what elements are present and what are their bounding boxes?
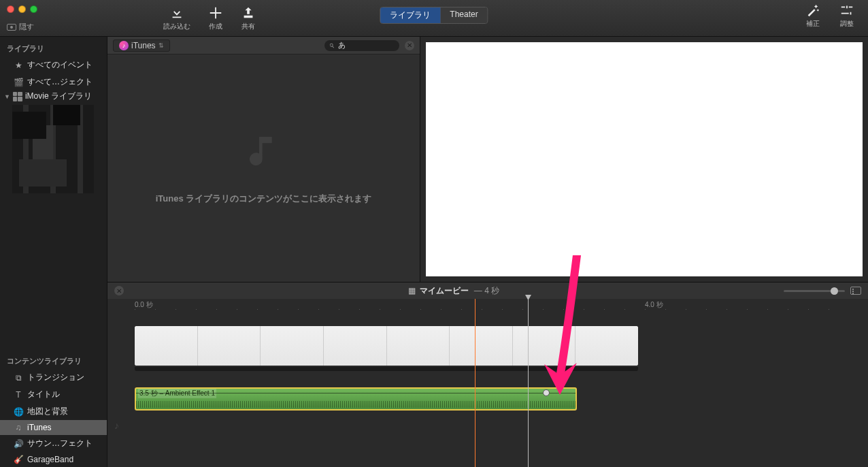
sidebar-item-label: すべて…ジェクト (27, 76, 93, 88)
sliders-icon (839, 3, 854, 18)
search-icon (329, 42, 335, 49)
search-input[interactable] (338, 42, 379, 50)
title-icon: T (14, 390, 23, 400)
hide-sidebar-button[interactable]: 隠す (7, 22, 34, 32)
download-arrow-icon (169, 5, 184, 20)
ruler-tick-start: 0.0 秒 (135, 300, 153, 310)
sidebar-item-label: タイトル (27, 389, 60, 400)
hide-label: 隠す (19, 22, 34, 32)
globe-icon: 🌐 (14, 407, 23, 417)
close-timeline-button[interactable]: ✕ (114, 286, 124, 295)
create-label: 作成 (209, 22, 222, 31)
library-thumbnail-redacted (12, 105, 94, 193)
timeline: ✕ ▦ マイムービー — 4 秒 0.0 秒 4.0 秒 (107, 282, 868, 467)
skimmer-line (475, 299, 475, 467)
library-header: ライブラリ (0, 41, 107, 57)
project-name: マイムービー (420, 285, 469, 297)
disclosure-triangle-icon: ▼ (4, 93, 10, 100)
sidebar-item-label: サウン…フェクト (27, 438, 93, 449)
source-dropdown[interactable]: ♪ iTunes ⇅ (113, 39, 170, 52)
clear-search-button[interactable]: ✕ (405, 41, 414, 50)
sidebar-item-label: トランジション (27, 372, 84, 383)
sidebar-item-label: GarageBand (27, 455, 73, 464)
sidebar-item-transitions[interactable]: ⧉ トランジション (0, 369, 107, 386)
sidebar-item-sound-effects[interactable]: 🔊 サウン…フェクト (0, 435, 107, 452)
sidebar-item-titles[interactable]: T タイトル (0, 386, 107, 403)
window-controls (7, 5, 37, 13)
zoom-slider[interactable] (784, 290, 845, 292)
audio-track-icon: ♪ (114, 420, 119, 431)
sidebar: ライブラリ ★ すべてのイベント 🎬 すべて…ジェクト ▼ iMovie ライブ… (0, 37, 107, 467)
video-track-shadow (135, 367, 638, 371)
ruler-tick-end: 4.0 秒 (645, 300, 663, 310)
waveform (136, 401, 575, 408)
music-placeholder-icon (245, 132, 283, 172)
sidebar-item-imovie-library[interactable]: ▼ iMovie ライブラリ (0, 91, 107, 102)
content-library-header: コンテンツライブラリ (0, 353, 107, 369)
create-button[interactable]: 作成 (208, 5, 223, 31)
itunes-icon: ♪ (119, 41, 129, 50)
segment-library[interactable]: ライブラリ (380, 7, 441, 24)
source-label: iTunes (131, 41, 156, 50)
view-segment: ライブラリ Theater (380, 7, 488, 24)
sidebar-item-label: iTunes (27, 423, 52, 432)
sidebar-item-all-projects[interactable]: 🎬 すべて…ジェクト (0, 74, 107, 91)
enhance-label: 補正 (806, 19, 820, 29)
speaker-icon: 🔊 (14, 439, 23, 449)
project-icon: ▦ (408, 286, 414, 295)
transition-icon: ⧉ (14, 373, 23, 383)
audio-clip[interactable]: 3.5 秒 – Ambient Effect 1 (135, 387, 577, 410)
timeline-ruler[interactable]: 0.0 秒 4.0 秒 (135, 299, 841, 312)
search-field[interactable] (324, 40, 399, 51)
adjust-label: 調整 (840, 19, 854, 29)
share-button[interactable]: 共有 (241, 5, 256, 31)
clip-view-button[interactable] (850, 287, 861, 295)
sidebar-item-label: iMovie ライブラリ (25, 91, 92, 102)
video-track-placeholder[interactable] (135, 326, 638, 366)
zoom-window-button[interactable] (30, 5, 37, 13)
sidebar-item-garageband[interactable]: 🎸 GarageBand (0, 452, 107, 467)
close-window-button[interactable] (7, 5, 14, 13)
project-duration: — 4 秒 (474, 285, 499, 297)
audio-clip-label: 3.5 秒 – Ambient Effect 1 (138, 389, 216, 398)
segment-theater[interactable]: Theater (440, 7, 487, 23)
sidebar-item-label: すべてのイベント (27, 59, 93, 71)
adjust-button[interactable]: 調整 (839, 3, 854, 29)
preview-pane (420, 37, 868, 282)
video-preview[interactable] (426, 42, 863, 276)
sidebar-item-label: 地図と背景 (27, 406, 68, 417)
clapboard-icon: 🎬 (14, 78, 23, 87)
chevron-updown-icon: ⇅ (158, 42, 164, 49)
media-browser: ♪ iTunes ⇅ ✕ (107, 37, 420, 282)
top-toolbar: 隠す 読み込む 作成 共有 ライブラリ Theater 補正 (0, 0, 868, 37)
minimize-window-button[interactable] (18, 5, 26, 13)
browser-placeholder-message: iTunes ライブラリのコンテンツがここに表示されます (156, 193, 372, 205)
star-icon: ★ (14, 61, 23, 70)
plus-icon (208, 5, 223, 20)
guitar-icon: 🎸 (14, 455, 23, 464)
share-icon (241, 5, 256, 20)
import-button[interactable]: 読み込む (163, 5, 190, 31)
enhance-button[interactable]: 補正 (805, 3, 820, 29)
wand-icon (805, 3, 820, 18)
music-note-icon: ♫ (14, 423, 23, 432)
fade-handle[interactable] (543, 389, 550, 396)
volume-line[interactable] (136, 393, 575, 393)
import-label: 読み込む (163, 22, 190, 31)
library-grid-icon (13, 92, 22, 101)
sidebar-toggle-icon (7, 24, 16, 31)
sidebar-item-itunes[interactable]: ♫ iTunes (0, 420, 107, 435)
share-label: 共有 (241, 22, 255, 31)
sidebar-item-maps[interactable]: 🌐 地図と背景 (0, 403, 107, 420)
sidebar-item-all-events[interactable]: ★ すべてのイベント (0, 57, 107, 74)
playhead[interactable] (528, 299, 529, 467)
